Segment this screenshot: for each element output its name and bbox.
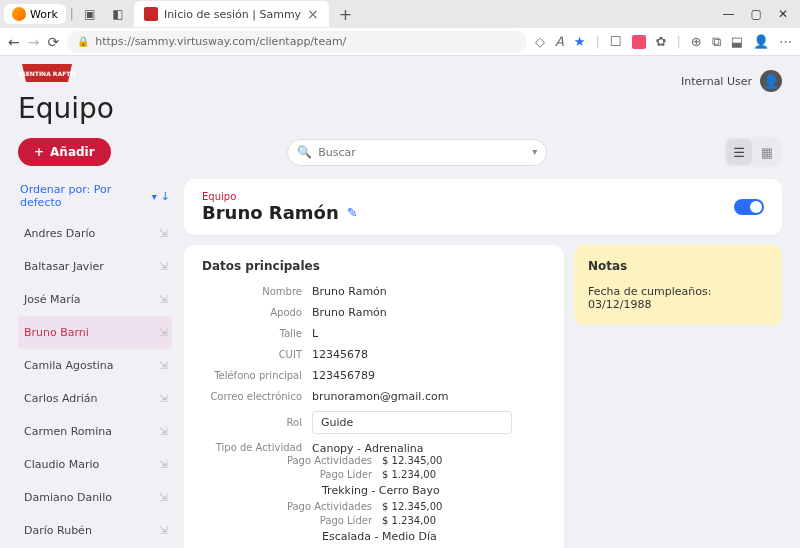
sidebar-item-team-member[interactable]: Damiano Danilo⇲ [18,481,172,514]
activity-name: Escalada - Medio Día [322,530,546,543]
maximize-icon[interactable]: ▢ [751,7,762,21]
label-pago-lider: Pago Líder [202,515,382,526]
new-tab-button[interactable]: + [333,5,358,24]
label-rol: Rol [202,417,312,428]
view-grid-button[interactable]: ▦ [754,139,780,165]
sidebar-item-team-member[interactable]: Darío Rubén⇲ [18,514,172,547]
ext-divider-2: | [676,34,680,49]
profile-avatar-icon[interactable]: 👤 [753,34,769,49]
sidebar-item-team-member[interactable]: Carmen Romina⇲ [18,415,172,448]
minimize-icon[interactable]: — [723,7,735,21]
member-name: Bruno Barni [24,326,89,339]
address-bar: ← → ⟳ 🔒 https://sammy.virtusway.com/clie… [0,28,800,56]
active-toggle[interactable] [734,199,764,215]
pin-icon[interactable]: ⇲ [159,260,168,273]
add-button[interactable]: + Añadir [18,138,111,166]
svg-text:ARGENTINA RAFTING: ARGENTINA RAFTING [18,70,76,77]
tabs-icon[interactable]: ◧ [106,2,130,26]
ext-icon-3[interactable]: ☐ [610,34,622,49]
label-correo: Correo electrónico [202,391,312,402]
value-talle: L [312,327,318,340]
section-title: Datos principales [202,259,546,273]
value-cuit: 12345678 [312,348,368,361]
sort-dropdown[interactable]: Ordenar por: Por defecto ▾ ↓ [18,179,172,217]
url-input[interactable]: 🔒 https://sammy.virtusway.com/clientapp/… [67,31,527,53]
label-apodo: Apodo [202,307,312,318]
breadcrumb: Equipo [202,191,358,202]
collections-icon[interactable]: ⧉ [712,34,721,50]
ext-divider: | [595,34,599,49]
sidebar-item-team-member[interactable]: Claudio Mario⇲ [18,448,172,481]
sort-direction-icon[interactable]: ↓ [161,190,170,203]
value-pago-lider: $ 1.234,00 [382,469,436,480]
view-list-button[interactable]: ☰ [726,139,752,165]
notes-body: Fecha de cumpleaños: 03/12/1988 [588,285,768,311]
sidebar-item-team-member[interactable]: Camila Agostina⇲ [18,349,172,382]
chevron-down-icon[interactable]: ▾ [532,146,537,157]
close-icon[interactable]: × [307,6,319,22]
ext-icon-7[interactable]: ⬓ [731,34,743,49]
back-icon[interactable]: ← [8,34,20,50]
ext-icon-2[interactable]: A [555,34,564,49]
detail-name: Bruno Ramón [202,202,339,223]
user-label: Internal User [681,75,752,88]
ext-icon-6[interactable]: ⊕ [691,34,702,49]
member-name: José María [24,293,81,306]
ext-icon-5[interactable]: ✿ [656,34,667,49]
label-talle: Talle [202,328,312,339]
search-icon: 🔍 [297,145,312,159]
pin-icon[interactable]: ⇲ [159,524,168,537]
label-pago-actividades: Pago Actividades [202,501,382,512]
browser-tab[interactable]: Inicio de sesión | Sammy × [134,1,329,27]
pin-icon[interactable]: ⇲ [159,227,168,240]
pin-icon[interactable]: ⇲ [159,425,168,438]
ext-icon-1[interactable]: ◇ [535,34,545,49]
pin-icon[interactable]: ⇲ [159,491,168,504]
refresh-icon[interactable]: ⟳ [47,34,59,50]
sidebar-item-team-member[interactable]: José María⇲ [18,283,172,316]
label-nombre: Nombre [202,286,312,297]
detail-card: Datos principales NombreBruno Ramón Apod… [184,245,564,548]
profile-badge[interactable]: Work [4,4,66,24]
sidebar-item-team-member[interactable]: Baltasar Javier⇲ [18,250,172,283]
tab-divider: | [70,7,74,21]
plus-icon: + [34,145,44,159]
sidebar-item-team-member[interactable]: Andres Darío⇲ [18,217,172,250]
tab-title: Inicio de sesión | Sammy [164,8,301,21]
pin-icon[interactable]: ⇲ [159,359,168,372]
value-pago-lider: $ 1.234,00 [382,515,436,526]
close-window-icon[interactable]: ✕ [778,7,788,21]
pin-icon[interactable]: ⇲ [159,326,168,339]
menu-icon[interactable]: ⋯ [779,34,792,49]
team-sidebar: Ordenar por: Por defecto ▾ ↓ Andres Darí… [18,179,172,548]
label-cuit: CUIT [202,349,312,360]
label-telefono: Teléfono principal [202,370,312,381]
pin-icon[interactable]: ⇲ [159,458,168,471]
forward-icon[interactable]: → [28,34,40,50]
edit-icon[interactable]: ✎ [347,205,358,220]
label-pago-lider: Pago Líder [202,469,382,480]
url-text: https://sammy.virtusway.com/clientapp/te… [95,35,346,48]
member-name: Andres Darío [24,227,95,240]
ext-icon-4[interactable] [632,35,646,49]
member-name: Claudio Mario [24,458,99,471]
workspace-icon[interactable]: ▣ [78,2,102,26]
member-name: Baltasar Javier [24,260,104,273]
extension-icons: ◇ A ★ | ☐ ✿ | ⊕ ⧉ ⬓ 👤 ⋯ [535,34,792,50]
activity-block: Escalada - Medio DíaPago Actividades$ 12… [202,530,546,548]
value-correo: brunoramon@gmail.com [312,390,448,403]
member-name: Damiano Danilo [24,491,112,504]
profile-icon [12,7,26,21]
user-avatar[interactable]: 👤 [760,70,782,92]
sidebar-item-team-member[interactable]: Carlos Adrián⇲ [18,382,172,415]
activity-block: Trekking - Cerro BayoPago Actividades$ 1… [202,484,546,526]
favorite-icon[interactable]: ★ [574,34,586,49]
value-rol[interactable]: Guide [312,411,512,434]
pin-icon[interactable]: ⇲ [159,392,168,405]
pin-icon[interactable]: ⇲ [159,293,168,306]
logo: ARGENTINA RAFTING [18,62,76,96]
page-title: Equipo [0,92,800,133]
chevron-down-icon: ▾ [152,191,157,202]
search-input[interactable] [287,139,547,166]
sidebar-item-team-member[interactable]: Bruno Barni⇲ [18,316,172,349]
